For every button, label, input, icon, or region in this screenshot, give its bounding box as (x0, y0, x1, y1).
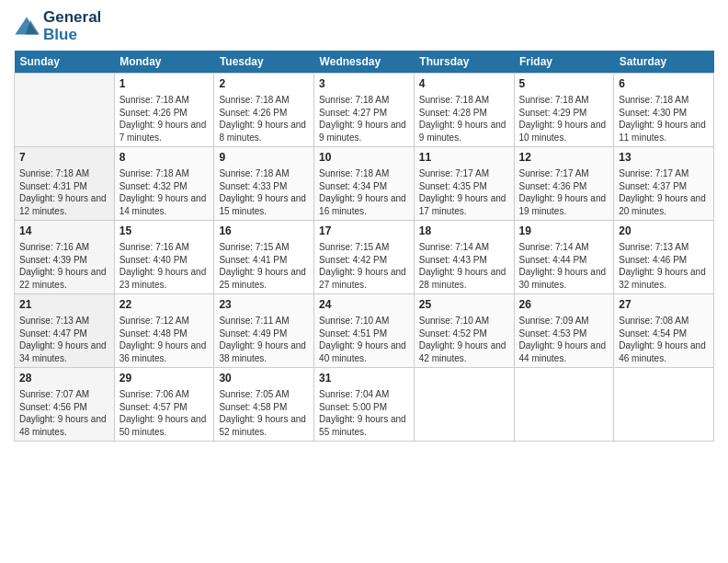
cell-info: Sunrise: 7:18 AMSunset: 4:27 PMDaylight:… (319, 94, 409, 144)
day-number: 10 (319, 150, 409, 166)
cell-info: Sunrise: 7:07 AMSunset: 4:56 PMDaylight:… (19, 388, 109, 438)
cell-info: Sunrise: 7:16 AMSunset: 4:39 PMDaylight:… (19, 241, 109, 291)
weekday-header-cell: Monday (114, 51, 214, 74)
cell-info: Sunrise: 7:15 AMSunset: 4:41 PMDaylight:… (219, 241, 309, 291)
calendar-cell: 30Sunrise: 7:05 AMSunset: 4:58 PMDayligh… (214, 368, 314, 442)
logo-text: General Blue (43, 9, 101, 43)
calendar-cell (514, 368, 614, 442)
calendar-cell: 2Sunrise: 7:18 AMSunset: 4:26 PMDaylight… (214, 74, 314, 147)
cell-info: Sunrise: 7:18 AMSunset: 4:32 PMDaylight:… (119, 167, 210, 217)
day-number: 5 (519, 76, 609, 92)
day-number: 18 (419, 224, 509, 239)
calendar-cell: 19Sunrise: 7:14 AMSunset: 4:44 PMDayligh… (514, 221, 614, 294)
day-number: 25 (419, 297, 509, 313)
day-number: 3 (319, 76, 409, 92)
cell-info: Sunrise: 7:18 AMSunset: 4:30 PMDaylight:… (619, 94, 709, 144)
cell-info: Sunrise: 7:06 AMSunset: 4:57 PMDaylight:… (119, 388, 210, 438)
day-number: 27 (619, 297, 709, 313)
day-number: 1 (119, 76, 210, 92)
calendar-cell: 7Sunrise: 7:18 AMSunset: 4:31 PMDaylight… (15, 147, 115, 221)
day-number: 19 (519, 224, 609, 239)
calendar-cell (15, 74, 115, 147)
cell-info: Sunrise: 7:18 AMSunset: 4:31 PMDaylight:… (19, 167, 109, 217)
calendar-week-row: 21Sunrise: 7:13 AMSunset: 4:47 PMDayligh… (15, 294, 714, 368)
weekday-header-cell: Tuesday (214, 51, 314, 74)
cell-info: Sunrise: 7:12 AMSunset: 4:48 PMDaylight:… (119, 315, 210, 364)
calendar-cell: 18Sunrise: 7:14 AMSunset: 4:43 PMDayligh… (414, 221, 514, 294)
cell-info: Sunrise: 7:13 AMSunset: 4:46 PMDaylight:… (619, 241, 709, 291)
calendar-cell: 9Sunrise: 7:18 AMSunset: 4:33 PMDaylight… (214, 147, 314, 221)
calendar-cell: 17Sunrise: 7:15 AMSunset: 4:42 PMDayligh… (314, 221, 415, 294)
cell-info: Sunrise: 7:04 AMSunset: 5:00 PMDaylight:… (319, 388, 409, 438)
calendar-cell: 11Sunrise: 7:17 AMSunset: 4:35 PMDayligh… (414, 147, 514, 221)
calendar-cell: 12Sunrise: 7:17 AMSunset: 4:36 PMDayligh… (514, 147, 614, 221)
calendar-cell: 5Sunrise: 7:18 AMSunset: 4:29 PMDaylight… (514, 74, 614, 147)
cell-info: Sunrise: 7:18 AMSunset: 4:28 PMDaylight:… (419, 94, 509, 144)
calendar-cell: 14Sunrise: 7:16 AMSunset: 4:39 PMDayligh… (15, 221, 115, 294)
day-number: 26 (519, 297, 609, 313)
page-container: General Blue SundayMondayTuesdayWednesda… (0, 0, 728, 451)
day-number: 7 (19, 150, 109, 166)
calendar-cell: 23Sunrise: 7:11 AMSunset: 4:49 PMDayligh… (214, 294, 314, 368)
weekday-header-cell: Thursday (414, 51, 514, 74)
cell-info: Sunrise: 7:18 AMSunset: 4:33 PMDaylight:… (219, 167, 309, 217)
weekday-header-cell: Wednesday (314, 51, 415, 74)
calendar-cell: 16Sunrise: 7:15 AMSunset: 4:41 PMDayligh… (214, 221, 314, 294)
day-number: 16 (219, 224, 309, 239)
day-number: 24 (319, 297, 409, 313)
day-number: 17 (319, 224, 409, 239)
header: General Blue (14, 9, 714, 43)
day-number: 12 (519, 150, 609, 166)
cell-info: Sunrise: 7:15 AMSunset: 4:42 PMDaylight:… (319, 241, 409, 291)
cell-info: Sunrise: 7:11 AMSunset: 4:49 PMDaylight:… (219, 315, 309, 364)
day-number: 11 (419, 150, 509, 166)
day-number: 4 (419, 76, 509, 92)
calendar-cell: 15Sunrise: 7:16 AMSunset: 4:40 PMDayligh… (114, 221, 214, 294)
day-number: 15 (119, 224, 210, 239)
day-number: 30 (219, 371, 309, 386)
day-number: 29 (119, 371, 210, 386)
day-number: 6 (619, 76, 709, 92)
day-number: 2 (219, 76, 309, 92)
calendar-cell: 25Sunrise: 7:10 AMSunset: 4:52 PMDayligh… (414, 294, 514, 368)
cell-info: Sunrise: 7:17 AMSunset: 4:37 PMDaylight:… (619, 167, 709, 217)
cell-info: Sunrise: 7:05 AMSunset: 4:58 PMDaylight:… (219, 388, 309, 438)
calendar-cell: 31Sunrise: 7:04 AMSunset: 5:00 PMDayligh… (314, 368, 415, 442)
calendar-cell: 20Sunrise: 7:13 AMSunset: 4:46 PMDayligh… (614, 221, 714, 294)
calendar-body: 1Sunrise: 7:18 AMSunset: 4:26 PMDaylight… (15, 74, 714, 442)
calendar-week-row: 7Sunrise: 7:18 AMSunset: 4:31 PMDaylight… (15, 147, 714, 221)
calendar-cell: 1Sunrise: 7:18 AMSunset: 4:26 PMDaylight… (114, 74, 214, 147)
weekday-header-cell: Friday (514, 51, 614, 74)
calendar-cell: 6Sunrise: 7:18 AMSunset: 4:30 PMDaylight… (614, 74, 714, 147)
cell-info: Sunrise: 7:18 AMSunset: 4:34 PMDaylight:… (319, 167, 409, 217)
cell-info: Sunrise: 7:13 AMSunset: 4:47 PMDaylight:… (19, 315, 109, 364)
day-number: 9 (219, 150, 309, 166)
day-number: 20 (619, 224, 709, 239)
cell-info: Sunrise: 7:16 AMSunset: 4:40 PMDaylight:… (119, 241, 210, 291)
day-number: 13 (619, 150, 709, 166)
day-number: 22 (119, 297, 210, 313)
calendar-week-row: 14Sunrise: 7:16 AMSunset: 4:39 PMDayligh… (15, 221, 714, 294)
cell-info: Sunrise: 7:10 AMSunset: 4:51 PMDaylight:… (319, 315, 409, 364)
day-number: 28 (19, 371, 109, 386)
calendar-header: SundayMondayTuesdayWednesdayThursdayFrid… (15, 51, 714, 74)
cell-info: Sunrise: 7:18 AMSunset: 4:26 PMDaylight:… (119, 94, 210, 144)
day-number: 14 (19, 224, 109, 239)
calendar-cell: 27Sunrise: 7:08 AMSunset: 4:54 PMDayligh… (614, 294, 714, 368)
cell-info: Sunrise: 7:08 AMSunset: 4:54 PMDaylight:… (619, 315, 709, 364)
logo: General Blue (14, 9, 101, 43)
calendar-cell: 10Sunrise: 7:18 AMSunset: 4:34 PMDayligh… (314, 147, 415, 221)
calendar-cell: 13Sunrise: 7:17 AMSunset: 4:37 PMDayligh… (614, 147, 714, 221)
cell-info: Sunrise: 7:14 AMSunset: 4:44 PMDaylight:… (519, 241, 609, 291)
calendar-cell (414, 368, 514, 442)
weekday-header-cell: Saturday (614, 51, 714, 74)
calendar-cell: 22Sunrise: 7:12 AMSunset: 4:48 PMDayligh… (114, 294, 214, 368)
cell-info: Sunrise: 7:10 AMSunset: 4:52 PMDaylight:… (419, 315, 509, 364)
calendar-cell: 26Sunrise: 7:09 AMSunset: 4:53 PMDayligh… (514, 294, 614, 368)
day-number: 21 (19, 297, 109, 313)
weekday-header-cell: Sunday (15, 51, 115, 74)
calendar-week-row: 1Sunrise: 7:18 AMSunset: 4:26 PMDaylight… (15, 74, 714, 147)
calendar-cell: 4Sunrise: 7:18 AMSunset: 4:28 PMDaylight… (414, 74, 514, 147)
calendar-week-row: 28Sunrise: 7:07 AMSunset: 4:56 PMDayligh… (15, 368, 714, 442)
calendar-cell: 29Sunrise: 7:06 AMSunset: 4:57 PMDayligh… (114, 368, 214, 442)
